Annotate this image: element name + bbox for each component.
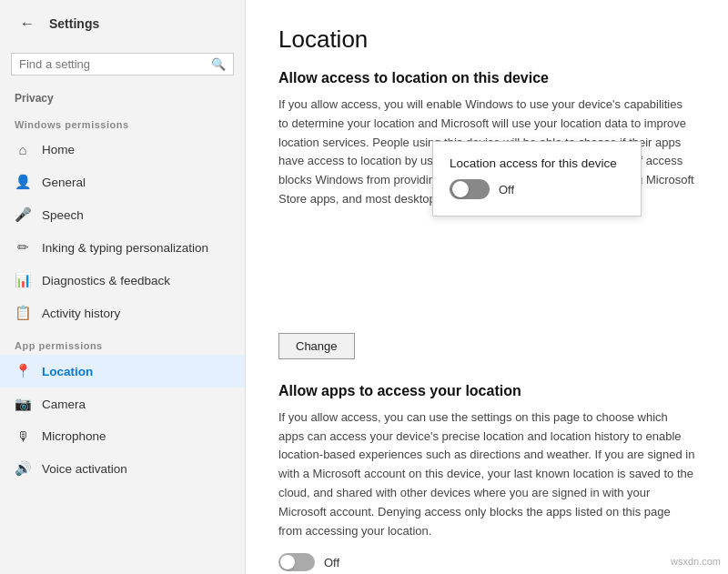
section2-body: If you allow access, you can use the set… [278, 408, 695, 541]
sidebar: ← Settings 🔍 Privacy Windows permissions… [0, 0, 246, 574]
microphone-icon: 🎙 [15, 428, 31, 444]
popup-toggle-row: Off [450, 179, 624, 199]
popup-toggle-label: Off [499, 183, 514, 196]
section2-title: Allow apps to access your location [278, 383, 695, 399]
general-icon: 👤 [15, 174, 31, 190]
inking-label: Inking & typing personalization [42, 241, 208, 255]
location-label: Location [42, 365, 93, 378]
page-title: Location [278, 25, 695, 54]
search-box: 🔍 [11, 53, 234, 76]
sidebar-title: Settings [49, 16, 99, 31]
apps-toggle-knob [280, 555, 295, 569]
sidebar-item-general[interactable]: 👤 General [0, 166, 245, 198]
sidebar-item-home[interactable]: ⌂ Home [0, 134, 245, 166]
windows-permissions-header: Windows permissions [0, 108, 245, 134]
inking-icon: ✏ [15, 239, 31, 256]
apps-location-toggle[interactable] [278, 553, 315, 571]
diagnostics-label: Diagnostics & feedback [42, 274, 170, 287]
main-content: Location Allow access to location on thi… [246, 0, 728, 574]
sidebar-item-inking[interactable]: ✏ Inking & typing personalization [0, 231, 245, 264]
voice-icon: 🔊 [15, 460, 31, 477]
section2: Allow apps to access your location If yo… [278, 383, 695, 574]
diagnostics-icon: 📊 [15, 272, 31, 288]
change-section: Change [278, 327, 695, 378]
activity-label: Activity history [42, 307, 120, 320]
home-icon: ⌂ [15, 142, 31, 157]
home-label: Home [42, 143, 75, 156]
location-icon: 📍 [15, 363, 31, 379]
apps-toggle-label: Off [324, 556, 339, 569]
sidebar-item-camera[interactable]: 📷 Camera [0, 388, 245, 420]
general-label: General [42, 176, 86, 189]
privacy-section-label: Privacy [0, 85, 245, 108]
toggle-knob [452, 181, 469, 197]
voice-label: Voice activation [42, 462, 127, 476]
change-button[interactable]: Change [278, 333, 355, 359]
popup-label: Location access for this device [450, 156, 624, 170]
activity-icon: 📋 [15, 305, 31, 321]
search-input[interactable] [19, 57, 211, 71]
sidebar-item-microphone[interactable]: 🎙 Microphone [0, 420, 245, 452]
sidebar-item-location[interactable]: 📍 Location [0, 355, 245, 388]
sidebar-item-activity[interactable]: 📋 Activity history [0, 297, 245, 329]
location-device-popup: Location access for this device Off [432, 141, 642, 217]
sidebar-item-voice[interactable]: 🔊 Voice activation [0, 452, 245, 485]
camera-label: Camera [42, 398, 86, 411]
back-button[interactable]: ← [15, 11, 40, 36]
search-icon: 🔍 [211, 57, 226, 71]
device-location-toggle[interactable] [450, 179, 490, 199]
section1-title: Allow access to location on this device [278, 70, 695, 86]
speech-label: Speech [42, 208, 84, 222]
app-permissions-header: App permissions [0, 329, 245, 355]
speech-icon: 🎤 [15, 206, 31, 223]
sidebar-item-speech[interactable]: 🎤 Speech [0, 198, 245, 231]
microphone-label: Microphone [42, 429, 106, 443]
sidebar-header: ← Settings [0, 0, 245, 47]
watermark: wsxdn.com [671, 556, 721, 567]
camera-icon: 📷 [15, 396, 31, 412]
apps-toggle-row: Off [278, 553, 695, 571]
sidebar-item-diagnostics[interactable]: 📊 Diagnostics & feedback [0, 264, 245, 297]
